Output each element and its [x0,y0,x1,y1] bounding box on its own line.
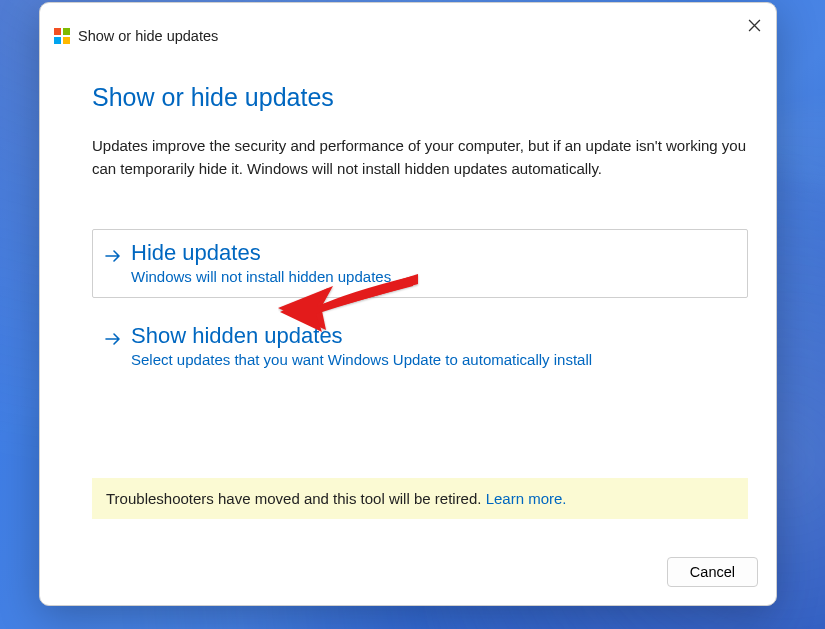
option-title: Show hidden updates [131,323,592,349]
arrow-right-icon [103,246,123,266]
option-desc: Select updates that you want Windows Upd… [131,351,592,368]
learn-more-link[interactable]: Learn more. [486,490,567,507]
dialog: Show or hide updates Show or hide update… [39,2,777,606]
option-show-hidden-updates[interactable]: Show hidden updates Select updates that … [92,312,748,381]
retirement-notice: Troubleshooters have moved and this tool… [92,478,748,519]
intro-text: Updates improve the security and perform… [92,134,748,181]
option-hide-updates[interactable]: Hide updates Windows will not install hi… [92,229,748,298]
option-title: Hide updates [131,240,391,266]
titlebar: Show or hide updates [54,28,218,44]
notice-text: Troubleshooters have moved and this tool… [106,490,486,507]
microsoft-logo-icon [54,28,70,44]
option-desc: Windows will not install hidden updates [131,268,391,285]
app-name: Show or hide updates [78,28,218,44]
content-area: Show or hide updates Updates improve the… [92,83,748,381]
close-button[interactable] [740,11,768,39]
page-title: Show or hide updates [92,83,748,112]
arrow-right-icon [103,329,123,349]
close-icon [748,19,761,32]
cancel-button[interactable]: Cancel [667,557,758,587]
